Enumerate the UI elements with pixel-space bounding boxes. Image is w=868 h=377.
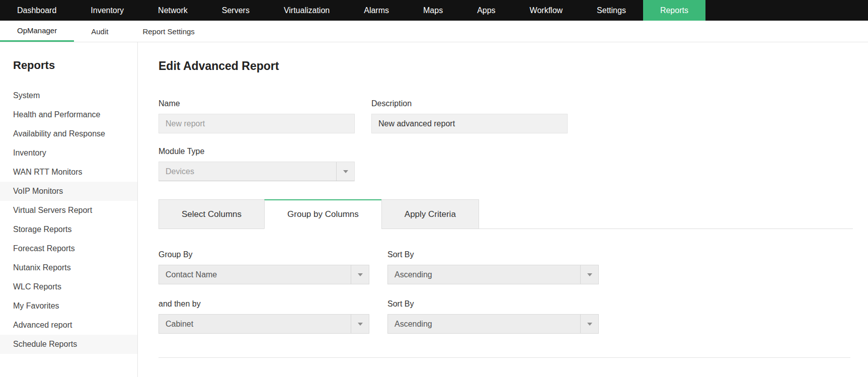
nav-item-maps[interactable]: Maps xyxy=(406,0,460,21)
description-label: Description xyxy=(371,99,568,108)
description-field-group: Description xyxy=(371,99,568,133)
then-by-label: and then by xyxy=(159,299,369,309)
nav-item-apps[interactable]: Apps xyxy=(460,0,512,21)
then-by-selected-value: Cabinet xyxy=(159,320,193,329)
group-by-field-group: Group By Contact Name xyxy=(159,250,369,284)
module-type-select[interactable]: Devices xyxy=(159,162,355,181)
name-label: Name xyxy=(159,99,355,108)
nav-item-inventory[interactable]: Inventory xyxy=(73,0,141,21)
nav-item-alarms[interactable]: Alarms xyxy=(347,0,406,21)
then-by-select[interactable]: Cabinet xyxy=(159,314,369,334)
subnav-item-report-settings[interactable]: Report Settings xyxy=(125,21,211,42)
nav-item-virtualization[interactable]: Virtualization xyxy=(267,0,347,21)
chevron-down-icon xyxy=(358,323,363,326)
sort-by-2-select[interactable]: Ascending xyxy=(387,314,599,334)
group-by-columns-section: Group By Contact Name Sort By Ascending xyxy=(159,250,868,334)
tab-group-by-columns[interactable]: Group by Columns xyxy=(264,199,382,229)
sort-by-1-dropdown-arrow xyxy=(580,265,598,284)
report-config-tabs: Select Columns Group by Columns Apply Cr… xyxy=(159,199,853,229)
module-type-label: Module Type xyxy=(159,147,355,156)
reports-sidebar: Reports System Health and Performance Av… xyxy=(0,42,138,377)
chevron-down-icon xyxy=(587,273,592,276)
description-input[interactable] xyxy=(371,114,568,133)
main-container: Reports System Health and Performance Av… xyxy=(0,42,868,377)
name-field-group: Name xyxy=(159,99,355,133)
sidebar-item-virtual-servers-report[interactable]: Virtual Servers Report xyxy=(0,201,137,220)
group-by-label: Group By xyxy=(159,250,369,259)
chevron-down-icon xyxy=(358,273,363,276)
sort-by-2-selected-value: Ascending xyxy=(388,320,432,329)
nav-item-dashboard[interactable]: Dashboard xyxy=(0,0,73,21)
sidebar-item-availability-and-response[interactable]: Availability and Response xyxy=(0,124,137,143)
group-by-select[interactable]: Contact Name xyxy=(159,265,369,284)
page-title: Edit Advanced Report xyxy=(159,59,868,73)
sidebar-item-wan-rtt-monitors[interactable]: WAN RTT Monitors xyxy=(0,163,137,182)
chevron-down-icon xyxy=(343,170,348,173)
nav-item-network[interactable]: Network xyxy=(141,0,205,21)
nav-item-workflow[interactable]: Workflow xyxy=(513,0,580,21)
then-by-field-group: and then by Cabinet xyxy=(159,299,369,334)
name-input[interactable] xyxy=(159,114,355,133)
sort-by-2-field-group: Sort By Ascending xyxy=(387,299,599,334)
module-type-dropdown-arrow xyxy=(336,162,354,181)
sidebar-title: Reports xyxy=(0,59,137,72)
sidebar-item-voip-monitors[interactable]: VoIP Monitors xyxy=(0,182,137,201)
sidebar-item-advanced-report[interactable]: Advanced report xyxy=(0,316,137,335)
sidebar-item-forecast-reports[interactable]: Forecast Reports xyxy=(0,239,137,258)
sidebar-item-system[interactable]: System xyxy=(0,86,137,105)
sidebar-item-schedule-reports[interactable]: Schedule Reports xyxy=(0,335,137,354)
sidebar-item-wlc-reports[interactable]: WLC Reports xyxy=(0,277,137,296)
edit-advanced-report-panel: Edit Advanced Report Name Description Mo… xyxy=(138,42,868,377)
sidebar-item-health-and-performance[interactable]: Health and Performance xyxy=(0,105,137,124)
sort-by-1-selected-value: Ascending xyxy=(388,270,432,279)
subnav-item-audit[interactable]: Audit xyxy=(74,21,125,42)
top-navigation: Dashboard Inventory Network Servers Virt… xyxy=(0,0,868,21)
nav-item-reports[interactable]: Reports xyxy=(643,0,705,21)
subnav-item-opmanager[interactable]: OpManager xyxy=(0,21,74,42)
group-by-dropdown-arrow xyxy=(351,265,369,284)
sort-by-2-label: Sort By xyxy=(387,299,599,309)
sort-by-2-dropdown-arrow xyxy=(580,315,598,333)
section-divider xyxy=(159,357,850,358)
sidebar-item-inventory[interactable]: Inventory xyxy=(0,143,137,163)
group-by-selected-value: Contact Name xyxy=(159,270,217,279)
sort-by-1-field-group: Sort By Ascending xyxy=(387,250,599,284)
sort-by-1-select[interactable]: Ascending xyxy=(387,265,599,284)
nav-item-servers[interactable]: Servers xyxy=(205,0,267,21)
tab-apply-criteria[interactable]: Apply Criteria xyxy=(381,199,479,229)
module-type-selected-value: Devices xyxy=(159,167,194,176)
sidebar-item-nutanix-reports[interactable]: Nutanix Reports xyxy=(0,258,137,277)
sub-navigation: OpManager Audit Report Settings xyxy=(0,21,868,42)
nav-item-settings[interactable]: Settings xyxy=(580,0,643,21)
module-type-field-group: Module Type Devices xyxy=(159,147,355,181)
sort-by-1-label: Sort By xyxy=(387,250,599,259)
then-by-dropdown-arrow xyxy=(351,315,369,333)
chevron-down-icon xyxy=(587,323,592,326)
sidebar-item-storage-reports[interactable]: Storage Reports xyxy=(0,220,137,239)
tab-select-columns[interactable]: Select Columns xyxy=(159,199,265,229)
sidebar-item-my-favorites[interactable]: My Favorites xyxy=(0,296,137,316)
